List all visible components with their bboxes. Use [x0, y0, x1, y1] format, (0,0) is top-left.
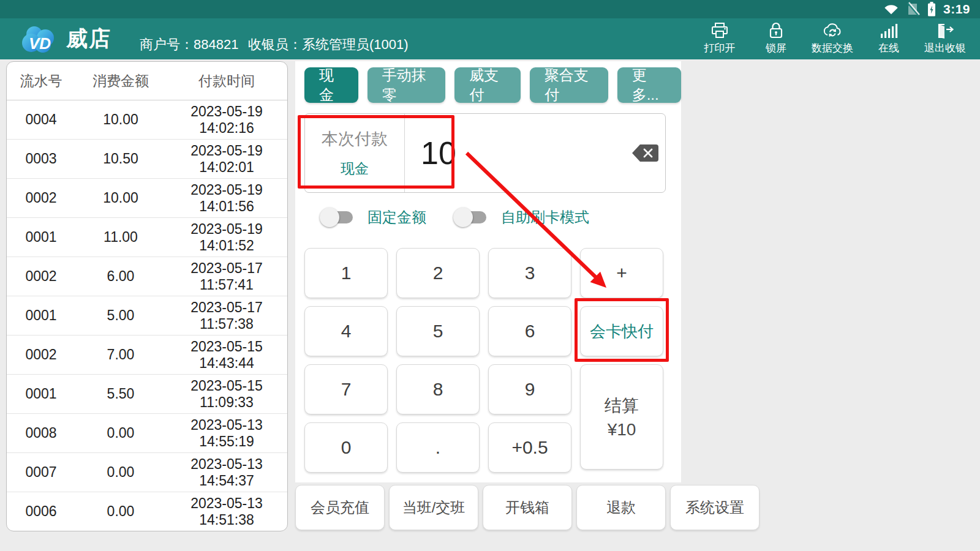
system-settings-button[interactable]: 系统设置	[670, 485, 760, 530]
battery-charging-icon	[927, 2, 936, 17]
tab-aggregate-pay[interactable]: 聚合支付	[530, 67, 608, 103]
brand: VD 威店	[21, 23, 111, 54]
payment-method-tabs: 现金 手动抹零 威支付 聚合支付 更多...	[304, 67, 681, 103]
cell-time: 2023-05-19 14:01:52	[166, 221, 287, 254]
table-row[interactable]: 00070.002023-05-13 14:54:37	[7, 453, 287, 492]
self-swipe-toggle[interactable]	[453, 207, 488, 228]
payment-label-block: 本次付款 现金	[305, 114, 405, 192]
sim-off-icon	[907, 2, 920, 17]
toggle-thumb	[320, 208, 339, 227]
payment-display: 本次付款 现金 10	[304, 113, 666, 193]
print-toggle-button[interactable]: 打印开	[696, 20, 744, 58]
table-row[interactable]: 000310.502023-05-19 14:02:01	[7, 140, 287, 179]
col-amount: 消费金额	[75, 72, 166, 91]
signal-icon	[880, 22, 898, 39]
cell-time: 2023-05-13 14:51:38	[166, 495, 287, 528]
cell-amount: 6.00	[75, 268, 166, 285]
transactions-header: 流水号 消费金额 付款时间	[7, 62, 287, 100]
printer-icon	[710, 22, 729, 39]
key-0[interactable]: 0	[304, 422, 388, 473]
table-row[interactable]: 000111.002023-05-19 14:01:52	[7, 218, 287, 257]
table-row[interactable]: 00026.002023-05-17 11:57:41	[7, 257, 287, 296]
key-7[interactable]: 7	[304, 364, 388, 414]
cell-serial: 0001	[7, 229, 75, 246]
open-cash-drawer-button[interactable]: 开钱箱	[483, 485, 572, 530]
logout-icon	[936, 22, 954, 39]
cell-time: 2023-05-19 14:02:01	[166, 143, 287, 176]
wifi-icon	[883, 2, 899, 16]
action-label: 数据交换	[812, 41, 853, 55]
col-time: 付款时间	[166, 72, 287, 91]
cell-time: 2023-05-17 11:57:41	[166, 260, 287, 293]
fixed-amount-label: 固定金额	[368, 208, 426, 227]
cell-serial: 0004	[7, 111, 75, 128]
table-row[interactable]: 00015.002023-05-17 11:57:38	[7, 296, 287, 335]
settle-label: 结算	[605, 394, 639, 418]
transactions-body: 000410.002023-05-19 14:02:16 000310.5020…	[7, 100, 287, 531]
cell-time: 2023-05-19 14:01:56	[166, 182, 287, 215]
cell-time: 2023-05-15 11:09:33	[166, 378, 287, 411]
cell-serial: 0002	[7, 190, 75, 206]
cell-time: 2023-05-13 14:54:37	[166, 456, 287, 489]
cell-amount: 11.00	[75, 229, 166, 246]
key-5[interactable]: 5	[396, 306, 480, 356]
key-plus-half[interactable]: +0.5	[488, 422, 571, 473]
key-plus[interactable]: +	[580, 248, 663, 298]
self-swipe-label: 自助刷卡模式	[501, 208, 589, 227]
lock-screen-button[interactable]: 锁屏	[752, 20, 800, 58]
merchant-number: 商户号：884821	[140, 36, 238, 54]
cell-amount: 5.50	[75, 386, 166, 402]
cell-serial: 0008	[7, 425, 75, 441]
app-logo-icon: VD	[21, 23, 59, 54]
table-row[interactable]: 000410.002023-05-19 14:02:16	[7, 100, 287, 140]
header-actions: 打印开 锁屏 数据交换	[696, 20, 969, 58]
online-status-button[interactable]: 在线	[865, 20, 913, 58]
key-9[interactable]: 9	[488, 364, 571, 414]
table-row[interactable]: 00080.002023-05-13 14:55:19	[7, 414, 287, 453]
backspace-icon[interactable]	[631, 144, 659, 162]
key-1[interactable]: 1	[304, 248, 388, 298]
member-quick-pay-button[interactable]: 会卡快付	[580, 306, 663, 356]
key-6[interactable]: 6	[488, 306, 571, 356]
app-title: 威店	[66, 24, 111, 53]
payment-method-value: 现金	[341, 159, 369, 178]
key-4[interactable]: 4	[304, 306, 388, 356]
key-dot[interactable]: .	[396, 422, 480, 473]
key-2[interactable]: 2	[396, 248, 480, 298]
settle-button[interactable]: 结算 ¥10	[580, 364, 663, 470]
cell-amount: 0.00	[75, 464, 166, 481]
action-label: 退出收银	[924, 41, 966, 55]
payment-panel: 现金 手动抹零 威支付 聚合支付 更多... 本次付款 现金 10 固定金额	[295, 61, 681, 482]
key-3[interactable]: 3	[488, 248, 571, 298]
cell-amount: 0.00	[75, 425, 166, 441]
cell-amount: 0.00	[75, 503, 166, 520]
exit-cashier-button[interactable]: 退出收银	[921, 20, 969, 58]
cell-serial: 0006	[7, 503, 75, 520]
cell-serial: 0002	[7, 347, 75, 363]
table-row[interactable]: 000210.002023-05-19 14:01:56	[7, 179, 287, 218]
bottom-function-bar: 会员充值 当班/交班 开钱箱 退款 系统设置	[295, 485, 760, 530]
shift-change-button[interactable]: 当班/交班	[389, 485, 478, 530]
fixed-amount-toggle-group: 固定金额	[320, 207, 426, 228]
cell-serial: 0003	[7, 151, 75, 167]
member-recharge-button[interactable]: 会员充值	[295, 485, 385, 530]
tab-cash[interactable]: 现金	[304, 67, 358, 103]
fixed-amount-toggle[interactable]	[320, 207, 354, 228]
tab-manual-rounding[interactable]: 手动抹零	[368, 67, 446, 103]
table-row[interactable]: 00027.002023-05-15 14:43:44	[7, 335, 287, 375]
cell-amount: 10.00	[75, 111, 166, 128]
self-swipe-toggle-group: 自助刷卡模式	[453, 207, 589, 228]
cell-time: 2023-05-15 14:43:44	[166, 339, 287, 372]
refund-button[interactable]: 退款	[576, 485, 666, 530]
tab-wei-pay[interactable]: 威支付	[454, 67, 521, 103]
key-8[interactable]: 8	[396, 364, 480, 414]
toggle-thumb	[453, 208, 473, 227]
table-row[interactable]: 00060.002023-05-13 14:51:38	[7, 492, 287, 531]
cell-amount: 10.50	[75, 151, 166, 167]
cashier-name: 收银员：系统管理员(1001)	[248, 36, 409, 54]
tab-more[interactable]: 更多...	[617, 67, 681, 103]
table-row[interactable]: 00015.502023-05-15 11:09:33	[7, 375, 287, 414]
data-exchange-button[interactable]: 数据交换	[809, 20, 856, 58]
svg-text:VD: VD	[29, 34, 51, 53]
action-label: 打印开	[704, 41, 736, 55]
